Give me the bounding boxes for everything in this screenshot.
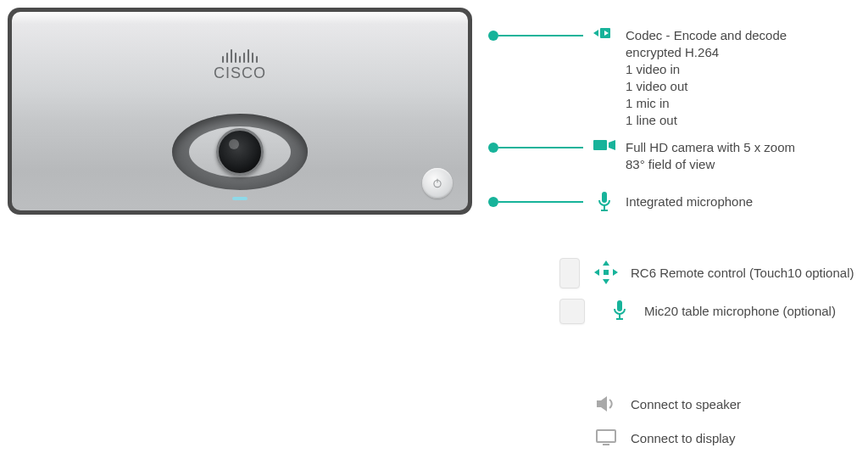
- svg-marker-18: [597, 396, 607, 411]
- dpad-icon: [593, 260, 619, 284]
- connector-line: [488, 143, 583, 153]
- camera-housing: [172, 114, 308, 190]
- display-line1: Connect to display: [631, 431, 735, 446]
- codec-line6: 1 line out: [626, 112, 787, 129]
- codec-line3: 1 video in: [626, 61, 787, 78]
- tablemic-line1: Mic20 table microphone (optional): [644, 304, 836, 319]
- callout-camera: Full HD camera with 5 x zoom 83° field o…: [488, 139, 795, 173]
- camera-icon: [592, 137, 617, 153]
- codec-text: Codec - Encode and decode encrypted H.26…: [626, 27, 787, 129]
- camera-gap: [189, 126, 291, 177]
- speaker-icon: [593, 395, 619, 412]
- svg-rect-5: [593, 140, 607, 150]
- svg-marker-11: [603, 279, 609, 284]
- codec-icon: [592, 25, 617, 41]
- row-speaker: Connect to speaker: [593, 397, 741, 412]
- svg-rect-7: [602, 192, 607, 203]
- svg-rect-19: [597, 430, 615, 442]
- callout-mic: Integrated microphone: [488, 193, 753, 212]
- svg-marker-13: [613, 269, 618, 276]
- svg-rect-15: [617, 300, 622, 311]
- connector-line: [488, 31, 583, 41]
- callout-codec: Codec - Encode and decode encrypted H.26…: [488, 27, 787, 129]
- connector-line: [488, 197, 583, 207]
- display-icon: [593, 429, 619, 446]
- camera-line1: Full HD camera with 5 x zoom: [626, 139, 795, 156]
- svg-rect-9: [601, 210, 608, 211]
- brand-logo-bars: [214, 48, 266, 63]
- codec-line1: Codec - Encode and decode: [626, 27, 787, 44]
- row-display: Connect to display: [593, 431, 735, 446]
- svg-rect-16: [619, 314, 620, 318]
- codec-line4: 1 video out: [626, 78, 787, 95]
- camera-line2: 83° field of view: [626, 156, 795, 173]
- svg-marker-6: [609, 140, 615, 150]
- microphone-icon: [607, 300, 632, 321]
- status-led: [232, 197, 248, 200]
- tablemic-product-icon: [559, 299, 585, 324]
- svg-rect-14: [604, 270, 609, 275]
- power-button[interactable]: [422, 168, 453, 199]
- svg-rect-17: [616, 318, 623, 320]
- remote-text: RC6 Remote control (Touch10 optional): [631, 266, 854, 281]
- speaker-text: Connect to speaker: [631, 397, 741, 412]
- svg-rect-8: [604, 205, 605, 210]
- codec-line5: 1 mic in: [626, 95, 787, 112]
- brand-logo-text: CISCO: [214, 64, 266, 82]
- row-remote: RC6 Remote control (Touch10 optional): [559, 258, 854, 288]
- svg-marker-12: [594, 269, 599, 276]
- device-face: CISCO: [12, 12, 468, 210]
- brand-logo: CISCO: [214, 48, 266, 82]
- mic-text: Integrated microphone: [626, 193, 753, 210]
- tablemic-text: Mic20 table microphone (optional): [644, 304, 836, 319]
- remote-line1: RC6 Remote control (Touch10 optional): [631, 266, 854, 281]
- remote-product-icon: [559, 258, 580, 288]
- power-icon: [431, 177, 443, 189]
- camera-lens: [216, 128, 264, 176]
- device-unit: CISCO: [8, 8, 472, 215]
- svg-rect-20: [603, 444, 609, 445]
- svg-marker-2: [593, 30, 598, 36]
- camera-text: Full HD camera with 5 x zoom 83° field o…: [626, 139, 795, 173]
- display-text: Connect to display: [631, 431, 735, 446]
- microphone-icon: [592, 192, 617, 212]
- mic-line1: Integrated microphone: [626, 193, 753, 210]
- codec-line2: encrypted H.264: [626, 44, 787, 61]
- svg-marker-10: [603, 260, 609, 266]
- row-tablemic: Mic20 table microphone (optional): [559, 299, 836, 324]
- speaker-line1: Connect to speaker: [631, 397, 741, 412]
- svg-rect-1: [437, 179, 437, 183]
